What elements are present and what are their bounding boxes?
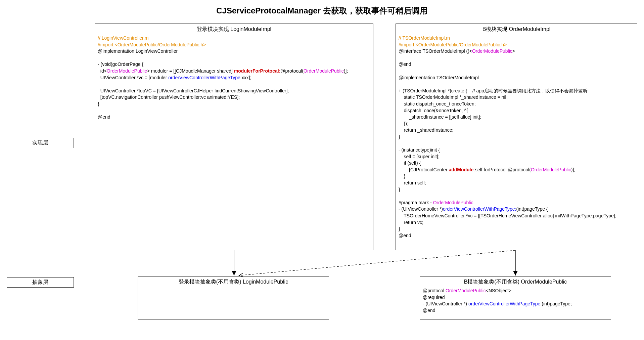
svg-line-2 <box>239 250 515 275</box>
box-order-public-code: @protocol OrderModulePublic<NSObject> @r… <box>423 288 608 314</box>
layer-label-impl: 实现层 <box>7 138 74 148</box>
box-login-public: 登录模块抽象类(不用含类) LoginModulePublic <box>138 276 329 320</box>
box-login-impl-title: 登录模块实现 LoginModuleImpl <box>98 26 370 33</box>
box-login-impl-code: // LoginViewController.m #import <OrderM… <box>98 35 370 121</box>
box-order-public-title: B模块抽象类(不用含类) OrderModulePublic <box>423 279 608 286</box>
box-order-impl-title: B模块实现 OrderModuleImpl <box>399 26 634 33</box>
box-login-public-title: 登录模块抽象类(不用含类) LoginModulePublic <box>141 279 326 286</box>
box-login-impl: 登录模块实现 LoginModuleImpl // LoginViewContr… <box>95 24 373 250</box>
box-order-impl-code: // TSOrderModuleImpl.m #import <OrderMod… <box>399 35 634 239</box>
box-order-public: B模块抽象类(不用含类) OrderModulePublic @protocol… <box>420 276 611 320</box>
layer-label-abstract: 抽象层 <box>7 277 74 288</box>
diagram-title: CJServiceProtocalManager 去获取，获取事件可稍后调用 <box>0 5 644 16</box>
box-order-impl: B模块实现 OrderModuleImpl // TSOrderModuleIm… <box>396 24 637 250</box>
